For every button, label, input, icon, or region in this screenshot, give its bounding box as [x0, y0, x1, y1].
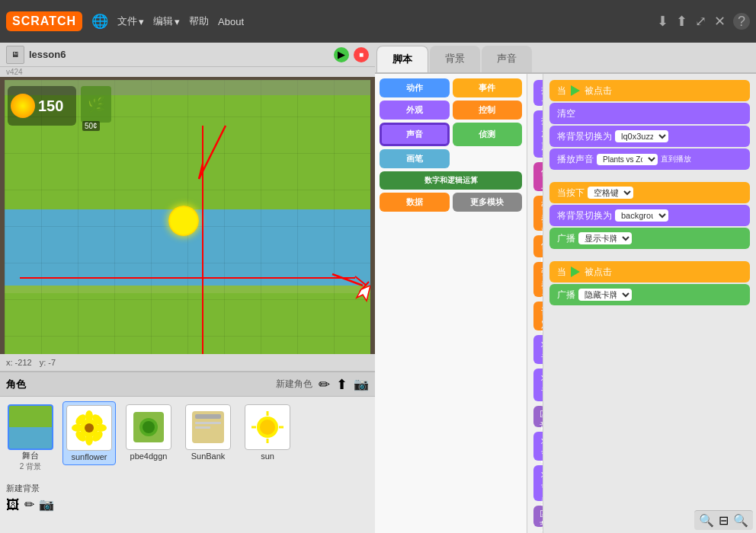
new-sprite-upload-icon[interactable]: ⬆	[336, 376, 348, 393]
category-sound[interactable]: 声音	[380, 123, 450, 146]
key-select[interactable]: 空格键	[588, 187, 633, 199]
category-more[interactable]: 更多模块	[453, 193, 523, 212]
tabs: 脚本 背景 声音	[375, 43, 756, 74]
tab-sound[interactable]: 声音	[482, 46, 532, 72]
backdrop-upload-icon[interactable]: ✏	[24, 497, 34, 513]
menu-file[interactable]: 文件 ▾	[117, 14, 144, 28]
svg-point-9	[85, 423, 94, 432]
tab-script[interactable]: 脚本	[376, 46, 428, 72]
category-events[interactable]: 事件	[453, 78, 523, 97]
sprite-item-pbe4dggn[interactable]: pbe4dggn	[122, 401, 175, 464]
block-set-tempo[interactable]: 将节奏设定为 bpm	[533, 465, 543, 501]
block-tempo-reporter[interactable]: ☑ 节奏	[533, 506, 543, 527]
code-sound-select[interactable]: Plants vs Zombie1	[597, 154, 658, 165]
block-volume-reporter[interactable]: ☑ 音量	[533, 406, 543, 427]
sprite-name-sunflower: sunflower	[71, 452, 107, 461]
code-block-broadcast-hide[interactable]: 广播 隐藏卡牌角色	[549, 284, 750, 305]
scratch-logo[interactable]: SCRATCH	[6, 11, 82, 31]
menu-about[interactable]: About	[218, 16, 244, 27]
code-block-when-key[interactable]: 当按下 空格键	[549, 182, 750, 203]
block-change-volume[interactable]: 将音量增加	[533, 335, 543, 364]
category-looks[interactable]: 外观	[380, 101, 450, 120]
block-set-volume[interactable]: 将音量设定为	[533, 369, 543, 401]
stop-button[interactable]: ■	[354, 47, 369, 62]
backdrop-select-2[interactable]: background1	[615, 209, 668, 222]
new-sprite-camera-icon[interactable]: 📷	[354, 377, 369, 391]
menu-help[interactable]: 帮助	[189, 14, 209, 28]
sprites-list: 舞台 2 背景	[0, 397, 375, 480]
code-block-clear[interactable]: 清空	[549, 103, 750, 124]
code-block-switch-backdrop-1[interactable]: 将背景切换为 lq0x3uzz	[549, 126, 750, 147]
code-block-switch-backdrop-2[interactable]: 将背景切换为 background1	[549, 205, 750, 226]
stage-thumbnail	[8, 404, 53, 450]
code-area: 当 被点击 清空 将背景切换为 lq0x3uzz 播放声音 Plants vs …	[543, 74, 756, 533]
new-sprite-draw-icon[interactable]: ✏	[319, 376, 330, 393]
block-play-sound-1[interactable]: 播放声音 Plants vs Zombie1	[533, 80, 543, 106]
broadcast-select-1[interactable]: 显示卡牌角色	[578, 232, 632, 244]
coord-y: y: -7	[40, 358, 56, 367]
blocks-list: 播放声音 Plants vs Zombie1 播放声音 Plants vs Zo…	[527, 74, 543, 533]
category-data[interactable]: 数据	[380, 193, 450, 212]
block-stop-sounds[interactable]: 停止所有声音	[533, 162, 543, 191]
tab-backdrop[interactable]: 背景	[430, 46, 480, 72]
broadcast-select-2[interactable]: 隐藏卡牌角色	[578, 289, 632, 301]
svg-point-10	[85, 410, 93, 423]
zoom-in-button[interactable]: 🔍	[733, 513, 748, 528]
category-sensing[interactable]: 侦测	[453, 123, 523, 146]
backdrop-camera-icon[interactable]: 📷	[39, 497, 54, 513]
sprite-name-sunbank: SunBank	[191, 452, 226, 461]
category-pen[interactable]: 画笔	[380, 149, 450, 168]
svg-point-26	[260, 420, 275, 435]
stage-header: 🖥 lesson6 ▶ ■	[0, 43, 375, 67]
help-icon[interactable]: ?	[733, 13, 750, 30]
green-flag-button[interactable]: ▶	[334, 47, 349, 62]
globe-icon[interactable]: 🌐	[91, 13, 108, 30]
category-motion[interactable]: 动作	[380, 78, 450, 97]
code-block-when-flag-2[interactable]: 当 被点击	[549, 261, 750, 282]
sun-bank-display: 150	[8, 86, 76, 126]
sprites-panel: 角色 新建角色 ✏ ⬆ 📷 舞台 2 背景	[0, 371, 375, 533]
zoom-out-button[interactable]: 🔍	[699, 513, 714, 528]
coord-x: x: -212	[6, 358, 32, 367]
svg-point-12	[72, 424, 84, 432]
backdrop-select-1[interactable]: lq0x3uzz	[615, 130, 668, 142]
block-play-note[interactable]: 弹奏音符 60 拍	[533, 262, 543, 297]
code-group-1: 当 被点击 清空 将背景切换为 lq0x3uzz 播放声音 Plants vs …	[549, 80, 750, 170]
backdrop-draw-icon[interactable]: 🖼	[6, 497, 20, 513]
svg-rect-24	[195, 426, 210, 429]
block-set-instrument[interactable]: 设定乐器为 1	[533, 302, 543, 330]
zoom-reset-button[interactable]: ⊟	[719, 513, 729, 528]
code-block-broadcast-show[interactable]: 广播 显示卡牌角色	[549, 228, 750, 249]
close-x-icon[interactable]: ✕	[714, 13, 726, 30]
fullscreen-icon[interactable]: ⤢	[695, 13, 706, 30]
new-backdrop-label: 新建背景	[6, 483, 369, 494]
sprite-thumb-sunflower	[66, 405, 112, 451]
code-group-2: 当按下 空格键 将背景切换为 background1 广播 显示卡牌角色	[549, 182, 750, 249]
stage-thumb-item[interactable]: 舞台 2 背景	[5, 401, 56, 475]
block-play-drum[interactable]: 弹奏鼓声 1 拍	[533, 196, 543, 231]
zoom-controls: 🔍 ⊟ 🔍	[694, 510, 753, 530]
blocks-palette: 动作 事件 外观 控制 声音 侦测 画笔 数字和逻辑运算 数据 更多模块	[375, 74, 527, 533]
svg-rect-23	[195, 422, 221, 424]
coord-bar: x: -212 y: -7	[0, 354, 375, 371]
sprite-item-sunbank[interactable]: SunBank	[181, 401, 235, 464]
flag-icon-1	[571, 85, 580, 96]
stage-title: lesson6	[29, 49, 329, 60]
category-control[interactable]: 控制	[453, 101, 523, 120]
download-icon[interactable]: ⬇	[657, 13, 668, 30]
sprite-item-sun[interactable]: sun	[241, 401, 294, 464]
new-backdrop-section: 新建背景 🖼 ✏ 📷	[0, 480, 375, 516]
sprite-item-sunflower[interactable]: sunflower	[62, 401, 116, 465]
code-block-when-flag-1[interactable]: 当 被点击	[549, 80, 750, 101]
code-block-play-sound-until[interactable]: 播放声音 Plants vs Zombie1 直到播放	[549, 148, 750, 170]
block-play-sound-2[interactable]: 播放声音 Plants vs Zombie1 直到播放完毕	[533, 110, 543, 158]
flag-icon-2	[571, 266, 580, 277]
sprites-header: 角色 新建角色 ✏ ⬆ 📷	[0, 372, 375, 397]
sprite-thumb-sunbank	[185, 404, 231, 450]
upload-icon[interactable]: ⬆	[676, 13, 687, 30]
block-change-tempo[interactable]: 将节奏加快	[533, 432, 543, 461]
category-operators[interactable]: 数字和逻辑运算	[380, 171, 522, 190]
menu-edit[interactable]: 编辑 ▾	[153, 14, 180, 28]
svg-point-20	[143, 421, 155, 433]
block-rest[interactable]: 停止 拍	[533, 235, 543, 258]
